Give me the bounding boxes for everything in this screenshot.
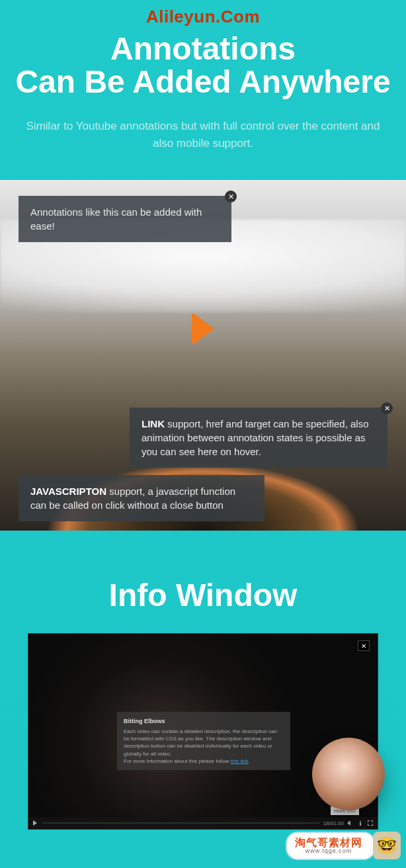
annotation-bold: JAVASCRIPTON	[30, 486, 106, 497]
headline-line2: Can Be Added Anywhere	[0, 65, 406, 99]
play-pause-icon[interactable]	[32, 820, 39, 826]
description-prefix: For more information about this please f…	[124, 758, 231, 764]
video-description-panel: Bitting Elbows Each video can contain a …	[117, 712, 290, 770]
video-description-title: Bitting Elbows	[124, 717, 284, 726]
fullscreen-icon[interactable]	[367, 820, 374, 826]
svg-rect-1	[360, 822, 361, 826]
info-icon[interactable]	[357, 820, 364, 826]
video-description-body: Each video can contain a detailed descri…	[124, 728, 284, 758]
footer-avatar-icon: 🤓	[373, 832, 401, 859]
page-headline: Annotations Can Be Added Anywhere	[0, 32, 406, 99]
annotation-bold: LINK	[142, 418, 165, 429]
volume-icon[interactable]	[347, 820, 354, 826]
video-description-footer: For more information about this please f…	[124, 758, 284, 765]
progress-bar[interactable]	[42, 822, 320, 824]
footer-url: www.tqge.com	[295, 848, 362, 855]
close-icon[interactable]: ✕	[358, 640, 370, 651]
time-display: 18/01:00	[323, 820, 344, 826]
headline-line1: Annotations	[0, 32, 406, 65]
play-icon[interactable]	[192, 312, 214, 345]
annotations-video-player[interactable]: Annotations like this can be added with …	[0, 180, 406, 531]
floating-action-button[interactable]	[312, 738, 385, 810]
footer-title: 淘气哥素材网	[295, 837, 362, 849]
annotation-link[interactable]: LINK support, href and target can be spe…	[130, 408, 387, 468]
svg-point-0	[360, 821, 361, 822]
info-window-heading: Info Window	[0, 577, 406, 613]
annotation-javascript[interactable]: JAVASCRIPTON support, a javascript funct…	[19, 475, 264, 521]
footer-badge[interactable]: 淘气哥素材网 www.tqge.com 🤓	[286, 832, 401, 860]
footer-badge-text: 淘气哥素材网 www.tqge.com	[286, 832, 376, 860]
annotation-text: support, href and target can be specifie…	[142, 418, 369, 457]
site-logo: Alileyun.Com	[0, 0, 406, 27]
annotation-text: Annotations like this can be added with …	[30, 206, 202, 232]
video-control-bar: 18/01:00	[28, 817, 378, 829]
annotation-simple[interactable]: Annotations like this can be added with …	[19, 196, 231, 242]
page-subtext: Similar to Youtube annotations but with …	[0, 118, 406, 153]
description-link[interactable]: this link	[231, 758, 249, 764]
